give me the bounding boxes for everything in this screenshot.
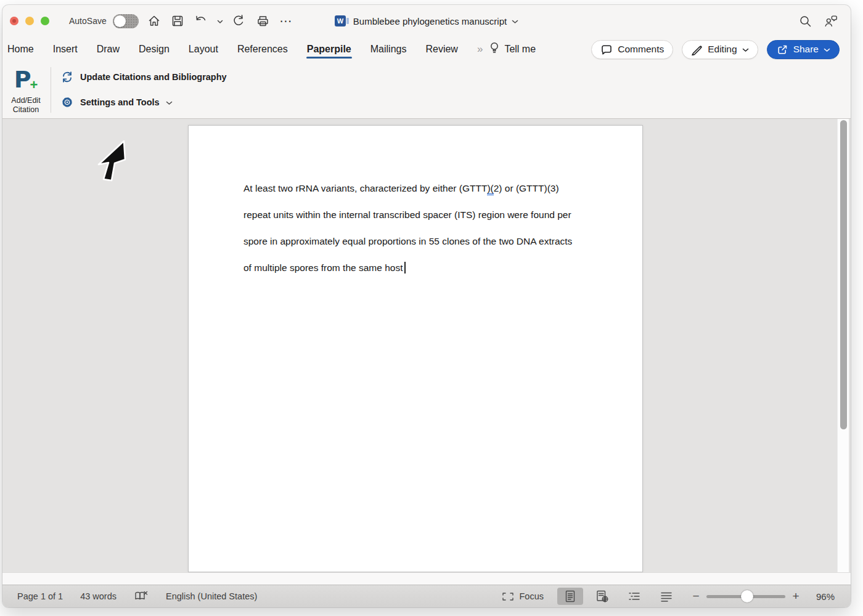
autosave-toggle[interactable] xyxy=(113,14,139,28)
print-icon[interactable] xyxy=(255,14,270,28)
share-button[interactable]: Share xyxy=(767,40,840,59)
lightbulb-icon xyxy=(489,41,500,57)
redo-icon[interactable] xyxy=(232,14,247,28)
update-citations-button[interactable]: Update Citations and Bibliography xyxy=(60,69,227,85)
share-icon xyxy=(776,44,788,55)
text-line-3: spore in approximately equal proportions… xyxy=(243,228,601,254)
tab-references[interactable]: References xyxy=(237,39,288,60)
save-icon[interactable] xyxy=(170,14,185,28)
mouse-cursor-icon xyxy=(86,132,136,188)
page-count[interactable]: Page 1 of 1 xyxy=(17,591,63,601)
zoom-slider-thumb[interactable] xyxy=(741,590,753,602)
text-line-2: repeat units within the internal transcr… xyxy=(243,201,601,228)
search-icon[interactable] xyxy=(798,14,812,28)
tab-mailings[interactable]: Mailings xyxy=(370,39,407,60)
settings-and-tools-button[interactable]: Settings and Tools xyxy=(60,94,173,110)
comments-button[interactable]: Comments xyxy=(591,40,673,59)
zoom-slider[interactable] xyxy=(706,590,785,602)
tell-me-label: Tell me xyxy=(504,44,536,55)
title-bar: AutoSave ⋯ xyxy=(2,5,851,37)
text-caret xyxy=(404,262,406,274)
quick-access-toolbar: ⋯ xyxy=(147,14,293,28)
editing-mode-button[interactable]: Editing xyxy=(682,40,758,59)
vertical-scrollbar-track[interactable] xyxy=(837,119,849,572)
undo-icon[interactable] xyxy=(194,14,208,28)
document-page[interactable]: At least two rRNA variants, characterize… xyxy=(188,125,643,572)
close-button[interactable] xyxy=(10,17,18,25)
text-line-1: At least two rRNA variants, characterize… xyxy=(243,175,601,201)
zoom-percentage[interactable]: 96% xyxy=(809,591,835,602)
focus-icon xyxy=(501,591,515,602)
tab-layout[interactable]: Layout xyxy=(189,39,218,60)
tab-review[interactable]: Review xyxy=(425,39,457,60)
document-text[interactable]: At least two rRNA variants, characterize… xyxy=(243,175,601,281)
add-edit-citation-label: Add/Edit Citation xyxy=(11,96,40,115)
tab-paperpile[interactable]: Paperpile xyxy=(307,39,351,60)
grammar-flagged-text: )( xyxy=(487,183,493,195)
feedback-person-icon[interactable] xyxy=(824,14,838,28)
autosave-control: AutoSave xyxy=(69,14,139,28)
tab-overflow-icon[interactable]: » xyxy=(477,43,481,55)
web-layout-view-button[interactable] xyxy=(589,588,615,605)
tell-me-button[interactable]: Tell me xyxy=(489,41,536,57)
view-switcher xyxy=(557,588,679,605)
tab-design[interactable]: Design xyxy=(139,39,170,60)
word-window: AutoSave ⋯ xyxy=(2,5,851,607)
fullscreen-button[interactable] xyxy=(41,17,49,25)
zoom-controls: − + xyxy=(692,590,800,603)
comment-bubble-icon xyxy=(600,44,613,55)
tab-insert[interactable]: Insert xyxy=(53,39,78,60)
paperpile-logo-icon: P+ xyxy=(14,67,38,94)
titlebar-right-icons xyxy=(798,14,838,28)
tab-draw[interactable]: Draw xyxy=(97,39,120,60)
word-app-icon: W xyxy=(335,15,346,26)
horizontal-scroll-area xyxy=(2,572,851,585)
language-selector[interactable]: English (United States) xyxy=(166,591,257,601)
document-title-group[interactable]: W Bumblebee phylogenetics manuscript xyxy=(335,15,518,26)
autosave-toggle-knob xyxy=(114,15,126,27)
print-layout-view-button[interactable] xyxy=(557,588,583,605)
paperpile-ribbon: P+ Add/Edit Citation Update Citations an… xyxy=(2,62,851,119)
outline-view-button[interactable] xyxy=(621,588,647,605)
zoom-in-button[interactable]: + xyxy=(791,590,800,603)
sync-icon xyxy=(60,70,74,84)
traffic-lights xyxy=(10,5,49,37)
home-icon[interactable] xyxy=(147,14,162,28)
add-edit-citation-button[interactable]: P+ Add/Edit Citation xyxy=(2,62,49,119)
autosave-label: AutoSave xyxy=(69,16,107,26)
editing-chevron-icon xyxy=(742,44,749,55)
settings-chevron-icon xyxy=(166,97,173,108)
status-bar: Page 1 of 1 43 words English (United Sta… xyxy=(2,585,851,607)
share-chevron-icon xyxy=(824,44,830,55)
document-canvas[interactable]: At least two rRNA variants, characterize… xyxy=(2,119,851,572)
minimize-button[interactable] xyxy=(25,17,34,25)
draft-view-button[interactable] xyxy=(653,588,679,605)
focus-button[interactable]: Focus xyxy=(501,591,544,602)
title-chevron-icon[interactable] xyxy=(512,15,518,26)
vertical-scrollbar-thumb[interactable] xyxy=(840,120,847,429)
tab-home[interactable]: Home xyxy=(7,39,34,60)
spellcheck-icon[interactable] xyxy=(134,590,149,604)
top-action-buttons: Comments Editing Share xyxy=(591,40,840,59)
word-count[interactable]: 43 words xyxy=(80,591,117,601)
pencil-icon xyxy=(691,44,703,55)
document-title: Bumblebee phylogenetics manuscript xyxy=(353,16,507,26)
ribbon-tab-row: Home Insert Draw Design Layout Reference… xyxy=(2,37,851,62)
gear-icon xyxy=(60,95,74,109)
more-commands-icon[interactable]: ⋯ xyxy=(279,14,293,28)
text-line-4: of multiple spores from the same host xyxy=(243,254,601,281)
ribbon-group-divider xyxy=(51,67,51,113)
undo-menu-chevron-icon[interactable] xyxy=(217,15,223,26)
zoom-out-button[interactable]: − xyxy=(692,590,700,603)
